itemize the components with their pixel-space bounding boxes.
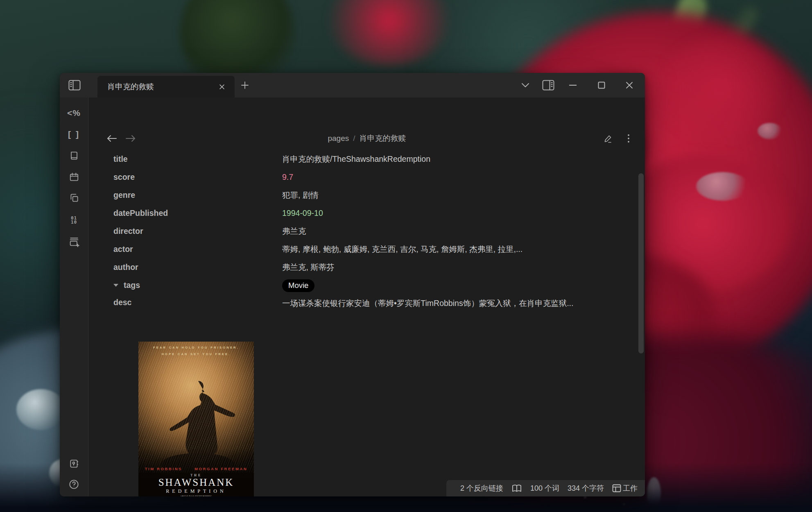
poster-title-main: SHAWSHANK [138, 477, 254, 488]
attr-key: actor [113, 245, 282, 254]
breadcrumb-separator: / [353, 134, 355, 143]
attr-key: desc [113, 296, 282, 307]
tab-title: 肖申克的救赎 [107, 82, 213, 92]
poster-tagline: HOPE CAN SET YOU FREE. [138, 352, 254, 356]
water-droplet [758, 123, 782, 139]
maximize-button[interactable] [590, 73, 613, 97]
movie-poster-image[interactable]: FEAR CAN HOLD YOU PRISONER. HOPE CAN SET… [138, 342, 254, 496]
poster-credits: CASTLE ROCK ENTERTAINMENT FRANK DARABONT… [141, 495, 251, 496]
attr-key: datePublished [113, 208, 282, 218]
vertical-scrollbar-thumb[interactable] [638, 173, 644, 353]
workspace-icon [612, 484, 621, 492]
water-droplet [696, 172, 749, 201]
open-book-icon[interactable] [511, 484, 522, 493]
char-count: 334 个字符 [568, 483, 604, 493]
new-tab-button[interactable] [237, 79, 252, 91]
template-icon[interactable]: <% [65, 105, 83, 121]
attr-value[interactable]: 弗兰克 [282, 226, 306, 237]
tab-shawshank[interactable]: 肖申克的救赎 [97, 76, 235, 97]
add-flashcard-icon[interactable] [65, 233, 83, 250]
word-count: 100 个词 [530, 483, 559, 493]
attr-value[interactable]: 弗兰克, 斯蒂芬 [282, 262, 335, 273]
attr-value[interactable]: 犯罪, 剧情 [282, 190, 319, 201]
attr-row-director[interactable]: director 弗兰克 [113, 222, 642, 240]
attr-row-author[interactable]: author 弗兰克, 斯蒂芬 [113, 258, 642, 276]
attr-row-tags[interactable]: tags Movie [113, 276, 642, 294]
bookmark-brackets-icon[interactable]: [ ] [65, 126, 83, 143]
calendar-icon[interactable] [65, 169, 83, 185]
attr-row-score[interactable]: score 9.7 [113, 168, 642, 186]
attr-value[interactable]: 肖申克的救赎/TheShawshankRedemption [282, 154, 430, 165]
attr-value[interactable]: 蒂姆, 摩根, 鲍勃, 威廉姆, 克兰西, 吉尔, 马克, 詹姆斯, 杰弗里, … [282, 244, 522, 255]
tab-close-icon[interactable] [216, 81, 228, 93]
help-icon[interactable] [65, 476, 83, 492]
attr-row-desc[interactable]: desc 一场谋杀案使银行家安迪（蒂姆•罗宾斯TimRobbins饰）蒙冤入狱，… [113, 294, 642, 312]
attr-key: director [113, 227, 282, 236]
safe-icon[interactable] [65, 455, 83, 472]
titlebar: 肖申克的救赎 [60, 73, 645, 97]
binary-icon[interactable]: 01 10 [65, 212, 83, 229]
chevron-down-icon[interactable] [514, 73, 537, 97]
poster-actor-names: TIM ROBBINS MORGAN FREEMAN [138, 467, 254, 471]
attr-key: author [113, 263, 282, 272]
attr-value-tags: Movie [282, 281, 314, 290]
attr-row-datepublished[interactable]: datePublished 1994-09-10 [113, 204, 642, 222]
toggle-right-panel-icon[interactable] [537, 73, 560, 97]
backlinks-count[interactable]: 2 个反向链接 [460, 483, 503, 493]
attr-key: genre [113, 190, 282, 200]
attr-key: score [113, 172, 282, 182]
breadcrumb: pages / 肖申克的救赎 [89, 131, 645, 146]
attr-row-actor[interactable]: actor 蒂姆, 摩根, 鲍勃, 威廉姆, 克兰西, 吉尔, 马克, 詹姆斯,… [113, 240, 642, 258]
attr-value-date[interactable]: 1994-09-10 [282, 208, 323, 218]
breadcrumb-parent[interactable]: pages [328, 134, 349, 143]
left-dock: <% [ ] 01 10 [60, 97, 88, 496]
document-actions [601, 131, 636, 146]
app-window: 肖申克的救赎 [60, 73, 645, 496]
water-droplet [16, 389, 66, 430]
more-options-kebab-icon[interactable] [621, 131, 636, 146]
editor-area: pages / 肖申克的救赎 title 肖申克的救赎/TheShawshank… [89, 97, 645, 496]
collapse-caret-icon[interactable] [113, 284, 118, 287]
toggle-left-dock-button[interactable] [66, 79, 84, 92]
attr-key: title [113, 154, 282, 164]
workspace-switcher[interactable]: 工作 [612, 483, 638, 493]
attr-row-genre[interactable]: genre 犯罪, 剧情 [113, 186, 642, 204]
notebook-icon[interactable] [65, 147, 83, 164]
close-window-button[interactable] [618, 73, 641, 97]
edit-pencil-icon[interactable] [601, 131, 615, 146]
template-glyph: <% [67, 108, 81, 118]
attribute-table: title 肖申克的救赎/TheShawshankRedemption scor… [113, 150, 642, 312]
brackets-glyph: [ ] [68, 129, 80, 139]
poster-tagline: FEAR CAN HOLD YOU PRISONER. [138, 346, 254, 349]
attr-key-tags: tags [113, 281, 282, 290]
workspace-name: 工作 [623, 483, 638, 493]
tag-pill-movie[interactable]: Movie [282, 279, 314, 292]
attr-row-title[interactable]: title 肖申克的救赎/TheShawshankRedemption [113, 150, 642, 168]
minimize-button[interactable] [561, 73, 584, 97]
duplicate-icon[interactable] [65, 190, 83, 206]
poster-title-sub: REDEMPTION [138, 488, 254, 494]
attr-value-desc[interactable]: 一场谋杀案使银行家安迪（蒂姆•罗宾斯TimRobbins饰）蒙冤入狱，在肖申克监… [282, 296, 573, 310]
breadcrumb-current[interactable]: 肖申克的救赎 [360, 133, 406, 144]
status-bar: 2 个反向链接 100 个词 334 个字符 工作 [446, 480, 645, 496]
binary-glyph: 01 10 [71, 216, 77, 224]
attr-value-score[interactable]: 9.7 [282, 172, 293, 182]
